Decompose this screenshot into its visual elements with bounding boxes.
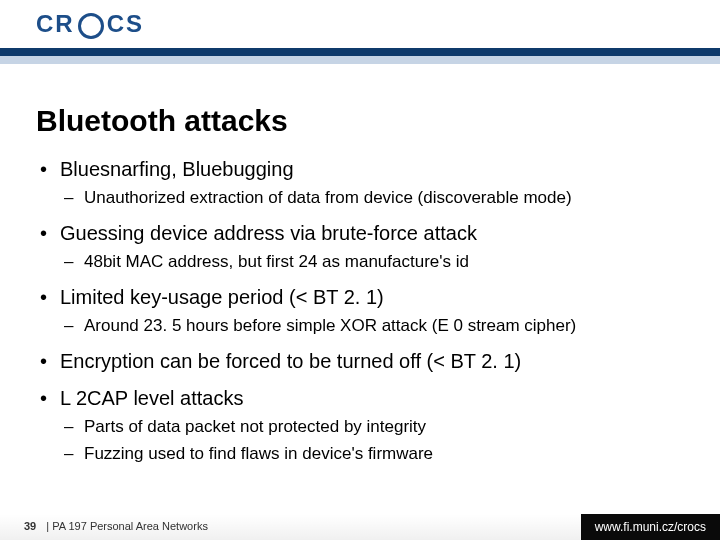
sub-list: 48bit MAC address, but first 24 as manuf… (60, 251, 692, 274)
slide-title: Bluetooth attacks (36, 104, 720, 138)
list-item-text: L 2CAP level attacks (60, 387, 243, 409)
list-item: Limited key-usage period (< BT 2. 1) Aro… (36, 284, 692, 338)
sub-list-item: Unauthorized extraction of data from dev… (60, 187, 692, 210)
logo-text-right: CS (107, 10, 144, 38)
sub-list-item: Around 23. 5 hours before simple XOR att… (60, 315, 692, 338)
crocs-logo: CR CS (36, 10, 144, 38)
list-item-text: Guessing device address via brute-force … (60, 222, 477, 244)
header-bar (0, 48, 720, 78)
list-item: Guessing device address via brute-force … (36, 220, 692, 274)
logo-text-left: CR (36, 10, 75, 38)
footer-site-badge: www.fi.muni.cz/crocs (581, 514, 720, 540)
list-item-text: Encryption can be forced to be turned of… (60, 350, 521, 372)
logo-ring-icon (78, 13, 104, 39)
slide-footer: 39 | PA 197 Personal Area Networks www.f… (0, 514, 720, 540)
sub-list: Parts of data packet not protected by in… (60, 416, 692, 466)
sub-list-item: Fuzzing used to find flaws in device's f… (60, 443, 692, 466)
header-bar-dark (0, 48, 720, 56)
page-number: 39 (24, 520, 36, 532)
footer-site-text: www.fi.muni.cz/crocs (595, 520, 706, 534)
sub-list-item: Parts of data packet not protected by in… (60, 416, 692, 439)
slide-header: CR CS (0, 0, 720, 78)
sub-list: Around 23. 5 hours before simple XOR att… (60, 315, 692, 338)
bullet-list: Bluesnarfing, Bluebugging Unauthorized e… (36, 156, 692, 466)
slide: CR CS Bluetooth attacks Bluesnarfing, Bl… (0, 0, 720, 540)
header-bar-light (0, 56, 720, 64)
sub-list-item: 48bit MAC address, but first 24 as manuf… (60, 251, 692, 274)
course-label: | PA 197 Personal Area Networks (46, 520, 208, 532)
slide-content: Bluesnarfing, Bluebugging Unauthorized e… (0, 146, 720, 514)
list-item: Encryption can be forced to be turned of… (36, 348, 692, 375)
list-item: L 2CAP level attacks Parts of data packe… (36, 385, 692, 466)
list-item: Bluesnarfing, Bluebugging Unauthorized e… (36, 156, 692, 210)
list-item-text: Bluesnarfing, Bluebugging (60, 158, 294, 180)
list-item-text: Limited key-usage period (< BT 2. 1) (60, 286, 384, 308)
sub-list: Unauthorized extraction of data from dev… (60, 187, 692, 210)
